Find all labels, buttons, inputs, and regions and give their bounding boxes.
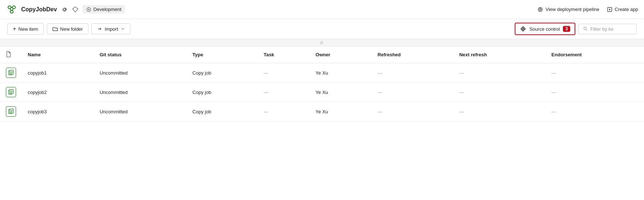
row-endorsement: — — [546, 63, 644, 83]
table-container: Name Git status Type Task Owner Refreshe… — [0, 46, 644, 121]
col-refreshed[interactable]: Refreshed — [371, 46, 453, 63]
col-type[interactable]: Type — [187, 46, 258, 63]
environment-badge[interactable]: Development — [83, 5, 125, 14]
row-owner: Ye Xu — [310, 102, 372, 121]
toolbar: + New item New folder Import Source cont… — [0, 19, 644, 39]
source-control-button[interactable]: Source control 3 — [515, 23, 575, 35]
filter-placeholder: Filter by ke — [590, 26, 614, 32]
svg-point-10 — [540, 8, 541, 10]
svg-rect-24 — [10, 90, 14, 94]
source-control-icon — [520, 26, 526, 32]
svg-line-4 — [10, 8, 11, 11]
col-endorsement[interactable]: Endorsement — [546, 46, 644, 63]
col-task[interactable]: Task — [258, 46, 310, 63]
view-pipeline-button[interactable]: View deployment pipeline — [537, 7, 599, 12]
table-header-row: Name Git status Type Task Owner Refreshe… — [0, 46, 644, 63]
file-header-icon — [6, 51, 11, 57]
table-row[interactable]: copyjob1 Uncommitted Copy job — Ye Xu — … — [0, 63, 644, 83]
row-task: — — [258, 63, 310, 83]
search-icon — [583, 26, 588, 31]
row-git-status: Uncommitted — [94, 102, 187, 121]
row-task: — — [258, 83, 310, 102]
row-next-refresh: — — [453, 102, 545, 121]
col-git-status[interactable]: Git status — [94, 46, 187, 63]
row-icon-cell — [0, 63, 22, 83]
svg-point-8 — [88, 9, 89, 10]
row-type: Copy job — [187, 83, 258, 102]
nav-right: View deployment pipeline Create app — [537, 7, 638, 12]
svg-marker-6 — [73, 7, 78, 12]
row-type: Copy job — [187, 102, 258, 121]
row-name: copyjob1 — [22, 63, 94, 83]
app-logo-icon — [6, 4, 18, 15]
source-control-label: Source control — [529, 26, 560, 32]
row-refreshed: — — [371, 83, 453, 102]
row-name: copyjob3 — [22, 102, 94, 121]
import-label: Import — [105, 26, 118, 32]
items-table: Name Git status Type Task Owner Refreshe… — [0, 46, 644, 121]
diamond-icon[interactable] — [72, 6, 79, 13]
col-icon — [0, 46, 22, 63]
settings-icon[interactable] — [61, 6, 68, 13]
new-item-button[interactable]: + New item — [7, 23, 44, 35]
plus-icon: + — [13, 26, 16, 32]
table-row[interactable]: copyjob3 Uncommitted Copy job — Ye Xu — … — [0, 102, 644, 121]
svg-line-5 — [12, 8, 13, 11]
row-icon-cell — [0, 83, 22, 102]
folder-icon — [52, 26, 58, 32]
copy-job-icon — [6, 68, 16, 78]
top-nav: CopyJobDev Development View deployment p… — [0, 0, 644, 19]
drag-lines-icon: ≡ — [320, 39, 324, 46]
nav-left: CopyJobDev Development — [6, 4, 125, 15]
svg-line-20 — [586, 29, 587, 31]
copy-job-icon — [6, 87, 16, 97]
svg-rect-22 — [10, 70, 14, 74]
table-row[interactable]: copyjob2 Uncommitted Copy job — Ye Xu — … — [0, 83, 644, 102]
row-git-status: Uncommitted — [94, 83, 187, 102]
chevron-down-icon — [121, 27, 125, 31]
row-refreshed: — — [371, 102, 453, 121]
create-app-button[interactable]: Create app — [607, 7, 638, 12]
new-folder-button[interactable]: New folder — [47, 23, 88, 34]
row-owner: Ye Xu — [310, 83, 372, 102]
row-type: Copy job — [187, 63, 258, 83]
col-owner[interactable]: Owner — [310, 46, 372, 63]
col-next-refresh[interactable]: Next refresh — [453, 46, 545, 63]
row-git-status: Uncommitted — [94, 63, 187, 83]
source-control-badge: 3 — [563, 26, 570, 32]
row-name: copyjob2 — [22, 83, 94, 102]
app-title: CopyJobDev — [21, 6, 57, 13]
svg-point-19 — [584, 27, 586, 30]
view-pipeline-label: View deployment pipeline — [545, 7, 599, 12]
col-name[interactable]: Name — [22, 46, 94, 63]
drag-handle[interactable]: ≡ — [0, 39, 644, 46]
create-app-label: Create app — [615, 7, 638, 12]
new-item-label: New item — [18, 26, 38, 32]
row-task: — — [258, 102, 310, 121]
import-icon — [97, 26, 103, 32]
svg-rect-26 — [10, 109, 14, 113]
toolbar-right: Source control 3 Filter by ke — [515, 23, 637, 35]
env-label: Development — [94, 7, 122, 12]
row-endorsement: — — [546, 83, 644, 102]
row-icon-cell — [0, 102, 22, 121]
row-refreshed: — — [371, 63, 453, 83]
toolbar-left: + New item New folder Import — [7, 23, 130, 35]
row-next-refresh: — — [453, 83, 545, 102]
row-owner: Ye Xu — [310, 63, 372, 83]
row-next-refresh: — — [453, 63, 545, 83]
filter-input-wrapper[interactable]: Filter by ke — [578, 24, 637, 34]
copy-job-icon — [6, 106, 16, 117]
new-folder-label: New folder — [60, 26, 83, 32]
row-endorsement: — — [546, 102, 644, 121]
import-button[interactable]: Import — [91, 23, 130, 34]
